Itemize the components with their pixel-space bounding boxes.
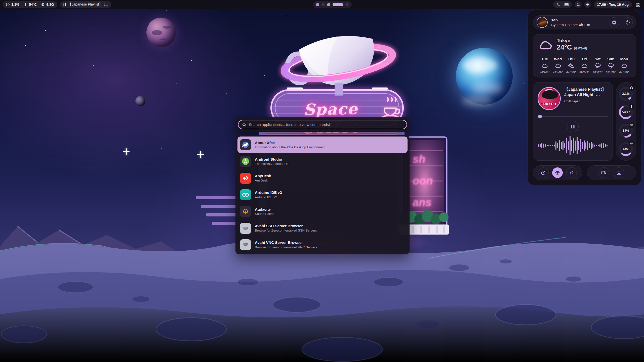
gear-icon [612, 20, 617, 25]
temp-stat: 54°C [23, 3, 37, 7]
network-jack-icon [240, 239, 251, 250]
app-desc: AnyDesk [255, 178, 271, 183]
cloud-icon [554, 63, 561, 68]
track-title: 【Japanese Playlist】 Japan All Night - To… [564, 87, 608, 98]
app-row-arduino[interactable]: Arduino IDE v2 Arduino IDE v2 [237, 187, 408, 203]
seek-bar[interactable] [538, 115, 608, 118]
phone-icon[interactable] [556, 3, 561, 7]
wallpaper-icon[interactable] [564, 3, 569, 7]
rain-cloud-icon [594, 63, 601, 69]
screenshot-button[interactable] [614, 167, 624, 178]
waveform [538, 135, 608, 156]
settings-button[interactable] [609, 17, 619, 27]
forecast-day: Mon 33°/26° [618, 57, 631, 74]
arduino-icon [240, 189, 251, 200]
forecast-day: Wed 35°/25° [551, 57, 565, 74]
track-artist: Chill Japan. [564, 99, 608, 103]
app-row-audacity[interactable]: Audacity Sound Editor [237, 203, 408, 220]
app-row-avahi-ssh[interactable]: Avahi SSH Server Browser Browse for Zero… [237, 220, 408, 236]
power-icon [625, 20, 630, 25]
balanced-profile-button[interactable] [552, 167, 563, 178]
app-grid-button[interactable] [634, 1, 641, 8]
pause-icon [63, 3, 66, 6]
forecast-day: Tue 33°/24° [538, 57, 551, 74]
memory-gauge: 14% [619, 123, 633, 138]
search-input[interactable] [249, 122, 403, 127]
cloud-icon [581, 63, 588, 68]
pause-icon [573, 125, 575, 128]
play-pause-button[interactable] [567, 121, 579, 132]
xfce-icon [240, 139, 251, 150]
workspace-dot-occupied[interactable] [327, 3, 330, 6]
power-button[interactable] [623, 17, 633, 27]
video-camera-icon [601, 171, 606, 175]
media-player-card: TOKYO L 【Japanese Playlist】 Japan All Ni… [533, 82, 613, 161]
powersave-profile-button[interactable] [566, 167, 577, 178]
volume-button[interactable] [584, 1, 591, 8]
scales-icon [555, 170, 560, 175]
network-jack-icon [240, 223, 251, 234]
top-bar: 3.1% 54°C 6.8G 【Japanese Playlist】 J... [0, 0, 644, 9]
app-row-android-studio[interactable]: Android Studio The official Android IDE [237, 153, 408, 170]
sun-cloud-icon [568, 63, 575, 68]
android-studio-icon [240, 156, 251, 167]
notifications-button[interactable] [575, 1, 582, 8]
workspace-dot-empty[interactable] [321, 3, 325, 6]
workspace-dot-active[interactable] [333, 3, 343, 6]
power-profile-card [533, 165, 582, 180]
thermometer-icon [630, 105, 633, 108]
divider [538, 54, 631, 54]
speedometer-icon [541, 170, 546, 175]
chip-icon [41, 3, 45, 7]
forecast-day: Thu 33°/26° [565, 57, 578, 74]
thermometer-icon [23, 3, 27, 7]
launcher-results: About Xfce Information about the Xfce De… [235, 135, 410, 254]
speedometer-icon [6, 3, 10, 7]
app-desc: Arduino IDE v2 [255, 195, 282, 200]
weather-temp: 24°C [557, 43, 572, 51]
music-title: 【Japanese Playlist】 J... [68, 2, 108, 7]
pause-icon [571, 125, 572, 128]
seek-knob[interactable] [538, 115, 542, 118]
workspace-dot-occupied[interactable] [316, 3, 319, 6]
app-name: Android Studio [255, 157, 289, 162]
app-name: AnyDesk [255, 173, 271, 178]
capture-card [587, 165, 636, 180]
album-label: TOKYO L [538, 102, 560, 106]
weather-city: Tokyo [557, 38, 587, 43]
leaf-icon [569, 170, 574, 175]
storm-cloud-icon [607, 63, 614, 69]
window-neon-words: shoonans [413, 148, 443, 213]
search-icon [242, 122, 247, 127]
clock-module[interactable]: 17:09 - Tue, 19 Aug [594, 1, 632, 8]
app-name: About Xfce [255, 140, 325, 145]
app-name: Avahi SSH Server Browser [255, 223, 317, 229]
app-desc: Information about the Xfce Desktop Envir… [255, 145, 325, 150]
audacity-icon [240, 206, 251, 217]
system-stats-module[interactable]: 3.1% 54°C 6.8G [3, 1, 57, 8]
performance-profile-button[interactable] [538, 167, 549, 178]
temp-gauge: 54°C [619, 105, 633, 119]
app-row-avahi-vnc[interactable]: Avahi VNC Server Browser Browse for Zero… [237, 237, 408, 253]
speedometer-icon [630, 86, 633, 89]
workspace-indicator[interactable] [313, 1, 352, 8]
forecast-day: Fri 35°/26° [578, 57, 591, 74]
app-desc: Browse for Zeroconf-enabled VNC Servers [255, 245, 317, 250]
album-art: TOKYO L [538, 87, 561, 110]
app-row-anydesk[interactable]: AnyDesk AnyDesk [237, 170, 408, 187]
cloud-icon [541, 63, 548, 68]
weather-timezone: (GMT+9) [574, 47, 587, 50]
app-name: Arduino IDE v2 [255, 190, 282, 195]
username: seb [551, 18, 606, 22]
grid-icon [636, 3, 640, 7]
search-field[interactable] [238, 120, 407, 129]
tray-module[interactable] [553, 1, 572, 8]
control-panel: seb System Uptime: 4h11m Tokyo 24°C (GMT… [528, 10, 641, 185]
screen-record-button[interactable] [598, 167, 609, 178]
music-module[interactable]: 【Japanese Playlist】 J... [60, 1, 112, 8]
system-gauges-card: 3.1% 54°C 14% 24% [616, 82, 636, 161]
memory-stat: 6.8G [41, 3, 54, 7]
app-row-about-xfce[interactable]: About Xfce Information about the Xfce De… [237, 137, 408, 153]
speaker-icon [586, 3, 590, 7]
workspace-dot-empty[interactable] [345, 3, 349, 6]
